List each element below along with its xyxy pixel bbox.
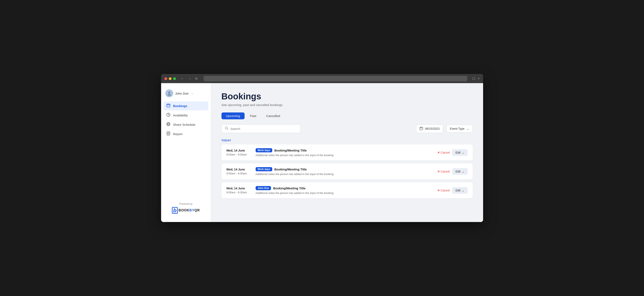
svg-point-0: [168, 92, 170, 94]
add-tab-icon: +: [478, 77, 480, 81]
booking-actions: ✕ Cancel Edit ⌄: [437, 168, 468, 175]
cancel-label: Cancel: [441, 170, 450, 173]
edit-label: Edit: [456, 170, 460, 173]
booking-details: Work days Booking/Meeting Title Addition…: [256, 148, 433, 157]
date-value: 06/15/2023: [425, 127, 440, 130]
traffic-lights: [164, 77, 176, 80]
svg-rect-18: [420, 127, 423, 130]
cancel-button[interactable]: ✕ Cancel: [437, 170, 450, 173]
brand-b-icon: b: [172, 207, 178, 214]
sidebar-item-label: Report: [173, 132, 182, 136]
download-icon: ☐: [472, 77, 475, 81]
user-name: John Doe: [175, 92, 188, 95]
tab-past[interactable]: Past: [246, 113, 261, 119]
x-icon: ✕: [437, 189, 440, 192]
calendar-filter-icon: [420, 127, 423, 131]
booking-date-block: Wed, 14 June 9:00am - 9:30am: [226, 149, 252, 156]
booking-title: Booking/Meeting Title: [274, 167, 307, 171]
sidebar: John Doe ⌄ Bookings: [161, 83, 211, 222]
chevron-down-icon: ⌄: [191, 92, 193, 95]
booking-date-block: Wed, 14 June 9:00am - 9:30am: [226, 187, 252, 194]
edit-label: Edit: [456, 151, 460, 154]
booking-title: Booking/Meeting Title: [273, 186, 306, 190]
browser-actions: ☐ +: [472, 77, 480, 81]
section-today: TODAY: [222, 139, 473, 142]
page-subtitle: See upcoming, past and cancelled booking…: [222, 103, 473, 107]
event-type-filter[interactable]: Event Type ⌄: [446, 125, 473, 133]
booking-card: Wed, 14 June 9:00am - 9:30am John Doe Bo…: [222, 182, 473, 198]
booking-actions: ✕ Cancel Edit ⌄: [437, 187, 468, 194]
forward-button[interactable]: →: [187, 76, 192, 81]
fullscreen-button[interactable]: [173, 77, 176, 80]
edit-button[interactable]: Edit ⌄: [452, 149, 468, 156]
sidebar-item-report[interactable]: Report: [164, 130, 208, 139]
report-icon: [166, 132, 171, 136]
svg-line-17: [227, 129, 228, 130]
sidebar-item-bookings[interactable]: Bookings: [164, 101, 208, 110]
cancel-label: Cancel: [441, 189, 450, 192]
booking-time: 9:00am - 9:30am: [226, 191, 252, 194]
page-title: Bookings: [222, 91, 473, 101]
svg-rect-2: [167, 104, 170, 107]
event-type-label: Event Type: [450, 127, 464, 130]
booking-card: Wed, 14 June 9:00am - 9:30am Work days B…: [222, 145, 473, 160]
booking-title-row: Work days Booking/Meeting Title: [256, 148, 433, 152]
tab-upcoming[interactable]: Upcoming: [222, 113, 245, 119]
date-filter[interactable]: 06/15/2023: [416, 125, 443, 133]
calendar-icon: [166, 104, 171, 108]
clock-icon: [166, 113, 171, 118]
sidebar-footer: Powered by b BOOKBYQR: [161, 198, 211, 218]
cancel-button[interactable]: ✕ Cancel: [437, 151, 450, 154]
chevron-down-icon: ⌄: [462, 189, 464, 192]
chevron-down-icon: ⌄: [462, 151, 464, 154]
svg-line-8: [168, 115, 169, 115]
tabs-row: Upcoming Past Cancelled: [222, 113, 473, 119]
booking-date-block: Wed, 14 June 9:00am - 9:30am: [226, 168, 252, 175]
search-icon: [225, 127, 228, 131]
filters-row: 06/15/2023 Event Type ⌄: [222, 124, 473, 133]
x-icon: ✕: [437, 170, 440, 173]
cancel-button[interactable]: ✕ Cancel: [437, 189, 450, 192]
edit-button[interactable]: Edit ⌄: [452, 187, 468, 194]
work-days-badge: Work days: [256, 148, 272, 152]
reload-button[interactable]: ↻: [194, 76, 198, 81]
address-bar[interactable]: [204, 76, 468, 81]
booking-title-row: John Doe Booking/Meeting Title: [256, 186, 433, 190]
search-input[interactable]: [230, 127, 297, 131]
booking-notes: Additional notes the person has added in…: [256, 153, 433, 157]
booking-notes: Additional notes the person has added in…: [256, 172, 433, 176]
sidebar-nav: Bookings Availability: [161, 101, 211, 139]
sidebar-item-label: Availability: [173, 114, 188, 117]
sidebar-item-label: Share Schedule: [173, 123, 196, 126]
booking-time: 9:00am - 9:30am: [226, 153, 252, 156]
sidebar-user[interactable]: John Doe ⌄: [161, 87, 211, 101]
close-button[interactable]: [164, 77, 167, 80]
browser-titlebar: ← → ↻ ☐ +: [161, 74, 483, 83]
svg-point-1: [168, 94, 171, 96]
search-box[interactable]: [222, 124, 300, 133]
booking-details: Work days Booking/Meeting Title Addition…: [256, 167, 433, 176]
chevron-down-icon: ⌄: [462, 170, 464, 173]
globe-icon: [166, 122, 171, 127]
tab-cancelled[interactable]: Cancelled: [262, 113, 285, 119]
app-container: John Doe ⌄ Bookings: [161, 83, 483, 222]
booking-date: Wed, 14 June: [226, 168, 252, 171]
booking-date: Wed, 14 June: [226, 187, 252, 190]
booking-actions: ✕ Cancel Edit ⌄: [437, 149, 468, 156]
edit-button[interactable]: Edit ⌄: [452, 168, 468, 175]
sidebar-item-availability[interactable]: Availability: [164, 111, 208, 120]
brand-logo: b BOOKBYQR: [165, 207, 207, 214]
powered-by-text: Powered by: [165, 202, 207, 205]
booking-date: Wed, 14 June: [226, 149, 252, 152]
edit-label: Edit: [456, 189, 460, 192]
work-days-badge: Work days: [256, 167, 272, 171]
booking-details: John Doe Booking/Meeting Title Additiona…: [256, 186, 433, 195]
browser-controls: ← → ↻: [180, 76, 198, 81]
brand-text: BOOKBYQR: [178, 208, 200, 212]
user-badge: John Doe: [256, 186, 271, 190]
booking-time: 9:00am - 9:30am: [226, 172, 252, 175]
minimize-button[interactable]: [169, 77, 172, 80]
avatar: [165, 89, 173, 97]
back-button[interactable]: ←: [180, 76, 185, 81]
sidebar-item-share-schedule[interactable]: Share Schedule: [164, 120, 208, 129]
